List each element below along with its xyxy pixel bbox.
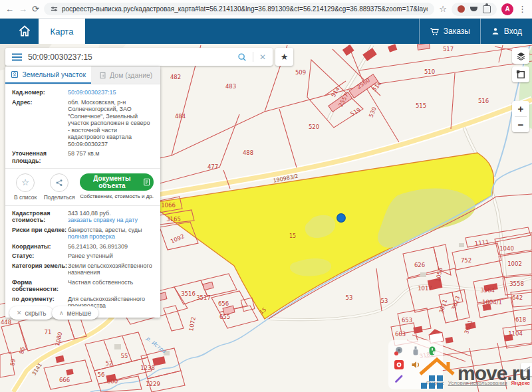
parcel-number-label: 642 (512, 294, 523, 301)
parcel-number-label: 1066 (161, 202, 176, 209)
favorite-star-button[interactable]: ★ (275, 48, 293, 66)
record-button-icon[interactable] (394, 359, 404, 370)
parcel-number-label: 3516 (181, 290, 196, 297)
parcel-number-label: 1017 (418, 285, 432, 292)
parcel-number-label: 53 (346, 294, 353, 301)
parcel-number-label: 3564 (480, 287, 495, 294)
panel-field-row: Форма собственности:Частная собственност… (12, 279, 154, 293)
parcel-number-label: 15 (289, 233, 296, 239)
screen: ← → ⟳ росреестр-выписка.рус/кадастровая_… (0, 0, 532, 392)
menu-kebab-icon[interactable]: ⋮ (518, 5, 527, 13)
building-icon (99, 72, 106, 79)
field-action-link[interactable]: полная проверка (68, 233, 115, 240)
chevron-up-icon: ∧ (59, 310, 64, 316)
zoom-in-button[interactable]: + (512, 101, 529, 116)
extensions-pill (452, 3, 497, 16)
object-documents-button[interactable]: Документы объекта (80, 173, 154, 191)
parcel-number-label: 653 (402, 317, 412, 324)
area-select-icon (516, 70, 525, 79)
parcel-number-label: 3517 (196, 294, 211, 301)
clear-search-icon[interactable]: ✕ (259, 52, 266, 62)
pen-tool-icon[interactable] (394, 373, 404, 384)
cart-icon (430, 27, 440, 37)
add-to-list-button[interactable]: ☆ В список (12, 173, 39, 201)
parcel-number-label: 517 (443, 46, 454, 52)
panel-fields-bottom: Кадастровая стоимость:343 140,88 руб.зак… (12, 210, 154, 310)
parcel-icon (11, 70, 19, 78)
profile-avatar[interactable]: A (501, 3, 513, 15)
parcel-number-label: 483 (225, 83, 236, 90)
extensions-puzzle-icon[interactable] (483, 5, 491, 13)
close-icon: ✕ (17, 310, 22, 316)
share-button[interactable]: Поделиться (45, 173, 74, 201)
zoom-control: + − (512, 101, 529, 132)
area-select-button[interactable] (512, 66, 529, 82)
forward-icon[interactable]: → (19, 5, 27, 13)
layers-icon (516, 51, 526, 61)
address-bar[interactable]: росреестр-выписка.рус/кадастровая_карта#… (44, 3, 434, 15)
parcel-number-label: 1040 (499, 245, 514, 252)
move-ru-house-icon (418, 354, 456, 389)
object-documents: Документы объекта Собственник, стоимость… (80, 173, 154, 201)
search-bar[interactable]: 50:09:0030237:15 ✕ (5, 48, 273, 66)
parcel-number-label: 656 (218, 300, 229, 307)
parcel-number-label: 1004/1 (482, 299, 502, 306)
panel-field-row: Кад.номер:50:09:0030237:15 (12, 89, 154, 96)
search-icon[interactable] (237, 52, 247, 62)
tab-karta[interactable]: Карта (39, 19, 85, 44)
field-label: Статус: (12, 252, 68, 260)
collapse-panel-button[interactable]: ∧ меньше (52, 306, 98, 320)
parcel-number-label: 515 (416, 102, 426, 109)
panel-body: Кад.номер:50:09:0030237:15Адрес:обл. Мос… (5, 84, 160, 318)
zoom-out-button[interactable]: − (512, 117, 529, 132)
webcam-icon[interactable] (394, 345, 404, 356)
site-header: Карта Заказы Вход (0, 19, 532, 44)
field-value: 343 140,88 руб.заказать справку на дату (68, 210, 154, 224)
map-marker[interactable] (337, 214, 346, 223)
field-action-link[interactable]: заказать справку на дату (68, 217, 138, 223)
browser-toolbar: ← → ⟳ росреестр-выписка.рус/кадастровая_… (0, 0, 532, 19)
field-value: обл. Московская, р-н Солнечногорский, ЗА… (68, 99, 154, 148)
parcel-number-label: 56 (98, 371, 105, 378)
panel-field-row: Кадастровая стоимость:343 140,88 руб.зак… (12, 210, 154, 224)
parcel-number-label: 516 (478, 98, 489, 104)
parcel-number-label: 3165 (166, 216, 181, 223)
parcel-number-label: 484 (175, 113, 186, 120)
layers-button[interactable] (512, 48, 529, 64)
document-icon (144, 178, 150, 186)
tab-land-parcel[interactable]: Земельный участок (5, 66, 91, 84)
field-value: 58 757 кв.м (68, 150, 154, 164)
orders-button[interactable]: Заказы (419, 19, 480, 44)
parcel-number-label: 53 (381, 298, 388, 304)
reload-icon[interactable]: ⟳ (32, 5, 39, 13)
parcel-number-label: 800 (107, 378, 118, 385)
site-info-icon[interactable] (51, 5, 58, 13)
tab-building[interactable]: Дом (здание) (91, 66, 160, 84)
field-label: Координаты: (12, 243, 68, 250)
back-icon[interactable]: ← (5, 5, 14, 13)
menu-hamburger-icon[interactable] (12, 53, 22, 61)
parcel-number-label: 666 (59, 377, 70, 383)
parcel-number-label: 448 (1, 319, 11, 326)
login-button[interactable]: Вход (480, 19, 532, 44)
panel-field-row: Категория земель:Земли сельскохозяйствен… (12, 262, 154, 276)
panel-field-row: Координаты:56.214130, 36.891309 (12, 243, 154, 250)
panel-field-row: Адрес:обл. Московская, р-н Солнечногорск… (12, 99, 154, 148)
hide-panel-button[interactable]: ✕ скрыть (9, 306, 53, 320)
divider (5, 168, 160, 169)
parcel-number-label: 71 (45, 329, 52, 336)
extension-icon[interactable] (458, 5, 465, 13)
search-input[interactable]: 50:09:0030237:15 (28, 52, 231, 62)
field-value-link[interactable]: 50:09:0030237:15 (68, 89, 116, 96)
bookmark-star-icon[interactable]: ☆ (439, 5, 447, 13)
home-button[interactable] (11, 19, 39, 44)
move-ru-logo-text: move.ru (458, 363, 531, 383)
home-icon (18, 25, 31, 38)
parcel-number-label: 510 (424, 68, 435, 75)
extension-icon[interactable] (470, 7, 477, 11)
parcel-number-label: 482 (170, 74, 181, 80)
field-label: Адрес: (12, 99, 68, 148)
field-label: Уточненная площадь: (12, 150, 68, 164)
parcel-number-label: 55 (121, 353, 128, 359)
parcel-number-label: 477 (207, 163, 218, 170)
